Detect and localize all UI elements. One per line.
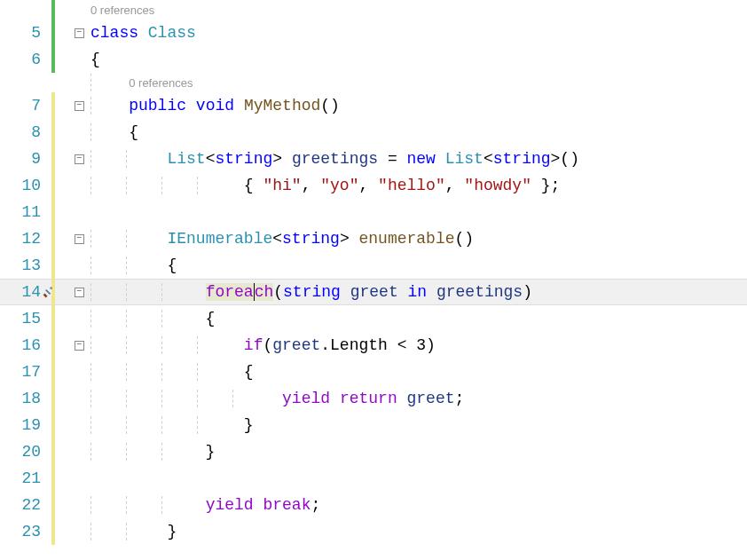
- code-token: ch: [255, 283, 274, 301]
- code-content[interactable]: {: [87, 363, 747, 381]
- fold-gutter: [71, 412, 87, 438]
- fold-gutter: [71, 199, 87, 225]
- code-line[interactable]: 5 − class Class: [0, 20, 747, 46]
- code-token: IEnumerable: [167, 230, 272, 248]
- code-content[interactable]: yield break;: [87, 496, 747, 514]
- code-token: [398, 283, 408, 301]
- code-content[interactable]: }: [87, 523, 747, 540]
- code-content[interactable]: List<string> greetings = new List<string…: [87, 150, 747, 168]
- code-content[interactable]: {: [87, 256, 747, 274]
- code-content[interactable]: {: [87, 310, 747, 327]
- code-line[interactable]: 17 {: [0, 359, 747, 385]
- code-content[interactable]: foreach(string greet in greetings): [87, 283, 747, 301]
- glyph-margin: [55, 0, 71, 20]
- code-line[interactable]: 13 {: [0, 252, 747, 279]
- code-line[interactable]: 8 {: [0, 119, 747, 146]
- code-content[interactable]: { "hi", "yo", "hello", "howdy" };: [87, 177, 747, 194]
- code-line[interactable]: 21: [0, 465, 747, 492]
- code-content: 0 references: [87, 74, 747, 91]
- code-line[interactable]: 6 {: [0, 46, 747, 73]
- code-token: [254, 496, 263, 514]
- code-content[interactable]: {: [87, 123, 747, 141]
- fold-gutter: [71, 359, 87, 385]
- code-content[interactable]: IEnumerable<string> enumerable(): [87, 230, 747, 248]
- line-number: 6: [0, 51, 51, 68]
- code-line[interactable]: 12 − IEnumerable<string> enumerable(): [0, 225, 747, 252]
- code-editor[interactable]: 0 references 5 − class Class 6 { 0 refer…: [0, 0, 747, 560]
- code-token: yield: [206, 496, 254, 514]
- code-token: string: [493, 150, 551, 168]
- glyph-margin: [55, 492, 71, 518]
- code-line[interactable]: 9 − List<string> greetings = new List<st…: [0, 146, 747, 172]
- fold-gutter: [71, 252, 87, 279]
- code-content[interactable]: if(greet.Length < 3): [87, 336, 747, 354]
- code-token: ,: [302, 177, 321, 194]
- code-token: }: [90, 416, 254, 434]
- code-line[interactable]: 16 − if(greet.Length < 3): [0, 332, 747, 359]
- code-token: ;: [311, 496, 320, 514]
- glyph-margin: [55, 305, 71, 332]
- code-token: break: [263, 496, 311, 514]
- code-content[interactable]: yield return greet;: [87, 390, 747, 407]
- fold-collapse-icon[interactable]: −: [75, 101, 84, 111]
- code-token: .Length < 3): [320, 336, 436, 354]
- code-token: "yo": [320, 177, 358, 194]
- code-content[interactable]: }: [87, 443, 747, 461]
- code-content[interactable]: class Class: [87, 24, 747, 42]
- line-number: 7: [0, 97, 51, 114]
- fold-gutter: [71, 492, 87, 518]
- screwdriver-icon[interactable]: [43, 286, 55, 298]
- code-token: "howdy": [464, 177, 531, 194]
- code-token: (): [320, 97, 340, 114]
- fold-collapse-icon[interactable]: −: [75, 154, 84, 164]
- code-token: public: [129, 97, 186, 114]
- code-line[interactable]: 23 }: [0, 518, 747, 545]
- fold-gutter: −: [71, 332, 87, 359]
- glyph-margin: [55, 92, 71, 119]
- code-line[interactable]: 22 yield break;: [0, 492, 747, 518]
- code-content: 0 references: [87, 1, 747, 19]
- glyph-margin: [55, 172, 71, 199]
- code-token: ): [523, 283, 532, 301]
- code-content[interactable]: }: [87, 416, 747, 434]
- code-line[interactable]: 19 }: [0, 412, 747, 438]
- line-number: 10: [0, 177, 51, 194]
- code-token: {: [90, 51, 100, 68]
- code-line[interactable]: 11: [0, 199, 747, 225]
- codelens-references[interactable]: 0 references: [129, 76, 193, 90]
- line-number: 8: [0, 123, 51, 141]
- fold-collapse-icon[interactable]: −: [75, 234, 84, 244]
- glyph-margin: [55, 412, 71, 438]
- code-line[interactable]: 18 yield return greet;: [0, 385, 747, 412]
- codelens-line: 0 references: [0, 0, 747, 20]
- fold-gutter: [71, 46, 87, 73]
- code-token: string: [283, 283, 341, 301]
- codelens-line: 0 references: [0, 73, 747, 92]
- code-token: [341, 283, 350, 301]
- code-line[interactable]: 7 − public void MyMethod(): [0, 92, 747, 119]
- glyph-margin: [55, 385, 71, 412]
- line-number: 16: [0, 336, 51, 354]
- code-line[interactable]: 10 { "hi", "yo", "hello", "howdy" };: [0, 172, 747, 199]
- fold-gutter: −: [71, 92, 87, 119]
- code-token: {: [90, 310, 215, 327]
- fold-collapse-icon[interactable]: −: [75, 341, 84, 351]
- codelens-references[interactable]: 0 references: [90, 4, 154, 17]
- code-line[interactable]: 15 {: [0, 305, 747, 332]
- code-token: [90, 496, 206, 514]
- code-token: greetings: [436, 283, 523, 301]
- fold-gutter: [71, 518, 87, 545]
- code-line[interactable]: 20 }: [0, 438, 747, 465]
- code-content[interactable]: {: [87, 51, 747, 68]
- code-line[interactable]: 14 − foreach(string greet in greetings): [0, 279, 747, 305]
- line-number: 13: [0, 256, 51, 274]
- code-token: MyMethod: [244, 97, 320, 114]
- code-token: "hello": [378, 177, 445, 194]
- fold-collapse-icon[interactable]: −: [75, 28, 84, 38]
- code-token: [330, 390, 340, 407]
- code-content[interactable]: public void MyMethod(): [87, 97, 747, 114]
- fold-gutter: −: [71, 20, 87, 46]
- fold-collapse-icon[interactable]: −: [75, 288, 84, 297]
- glyph-margin: [55, 20, 71, 46]
- glyph-margin: [55, 73, 71, 92]
